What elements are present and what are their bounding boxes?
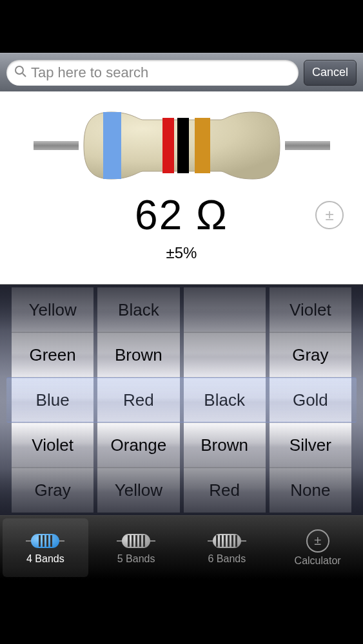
resistor-band-4 xyxy=(195,118,210,173)
search-input[interactable] xyxy=(31,64,291,81)
tab-label: 6 Bands xyxy=(208,553,246,565)
picker-item[interactable]: Black xyxy=(97,287,179,332)
resistor-icon xyxy=(26,531,64,551)
picker-item[interactable]: Yellow xyxy=(12,287,93,332)
picker-column-2[interactable]: Black Brown Red Orange Yellow xyxy=(97,285,179,515)
tab-4-bands[interactable]: 4 Bands xyxy=(0,516,91,580)
picker-item[interactable]: Black xyxy=(184,377,266,422)
cancel-button[interactable]: Cancel xyxy=(304,60,357,86)
picker-item[interactable]: Orange xyxy=(97,422,179,468)
svg-point-0 xyxy=(15,66,23,74)
tab-label: 4 Bands xyxy=(26,553,64,565)
value-row: 62 Ω ± xyxy=(0,191,363,239)
resistor-display: 62 Ω ± ±5% xyxy=(0,91,363,285)
resistor-band-2 xyxy=(162,118,174,173)
picker-item[interactable]: Red xyxy=(97,377,179,422)
picker-item[interactable]: Gray xyxy=(270,332,351,377)
picker-column-4[interactable]: Violet Gray Gold Silver None xyxy=(270,285,351,515)
search-bar: Cancel xyxy=(0,53,363,91)
picker-column-3[interactable]: Black Brown Red xyxy=(184,285,266,515)
picker-item[interactable] xyxy=(184,332,266,377)
picker-item[interactable]: Gold xyxy=(270,377,351,422)
picker-item[interactable]: Violet xyxy=(270,287,351,332)
tolerance-value: ±5% xyxy=(0,244,363,262)
resistor-band-3 xyxy=(177,118,189,173)
resistor-band-1 xyxy=(103,112,121,179)
tab-5-bands[interactable]: 5 Bands xyxy=(91,516,182,580)
bottom-spacer xyxy=(0,580,363,644)
picker-column-1[interactable]: Yellow Green Blue Violet Gray xyxy=(12,285,93,515)
svg-line-1 xyxy=(23,73,26,77)
top-spacer xyxy=(0,0,363,53)
resistor-wire-right xyxy=(285,141,330,150)
resistor-icon xyxy=(117,531,155,551)
tolerance-toggle-button[interactable]: ± xyxy=(315,201,344,229)
resistor-wire-left xyxy=(34,141,79,150)
tab-6-bands[interactable]: 6 Bands xyxy=(182,516,273,580)
resistor-icon xyxy=(208,531,246,551)
search-field-wrap[interactable] xyxy=(6,60,299,86)
picker-item[interactable]: Blue xyxy=(12,377,93,422)
picker-item[interactable]: Gray xyxy=(12,468,93,513)
resistor-visual xyxy=(0,91,363,188)
picker-item[interactable]: Silver xyxy=(270,422,351,468)
picker-item[interactable]: Green xyxy=(12,332,93,377)
resistance-value: 62 Ω xyxy=(135,191,228,239)
picker-item[interactable]: Violet xyxy=(12,422,93,468)
plus-minus-icon: ± xyxy=(325,206,333,224)
picker-columns: Yellow Green Blue Violet Gray Black Brow… xyxy=(12,285,351,515)
picker-item[interactable]: Yellow xyxy=(97,468,179,513)
color-picker[interactable]: Yellow Green Blue Violet Gray Black Brow… xyxy=(0,285,363,515)
resistor-body xyxy=(79,111,285,180)
tab-label: 5 Bands xyxy=(117,553,155,565)
picker-item[interactable]: None xyxy=(270,468,351,513)
calculator-icon: ± xyxy=(306,529,329,553)
tab-calculator[interactable]: ± Calculator xyxy=(272,516,363,580)
tab-bar: 4 Bands 5 Bands 6 Bands ± Calculator xyxy=(0,515,363,580)
picker-item[interactable]: Brown xyxy=(184,422,266,468)
picker-item[interactable]: Brown xyxy=(97,332,179,377)
picker-item[interactable]: Red xyxy=(184,468,266,513)
tab-label: Calculator xyxy=(295,555,341,567)
search-icon xyxy=(14,65,27,80)
picker-item[interactable] xyxy=(184,287,266,332)
